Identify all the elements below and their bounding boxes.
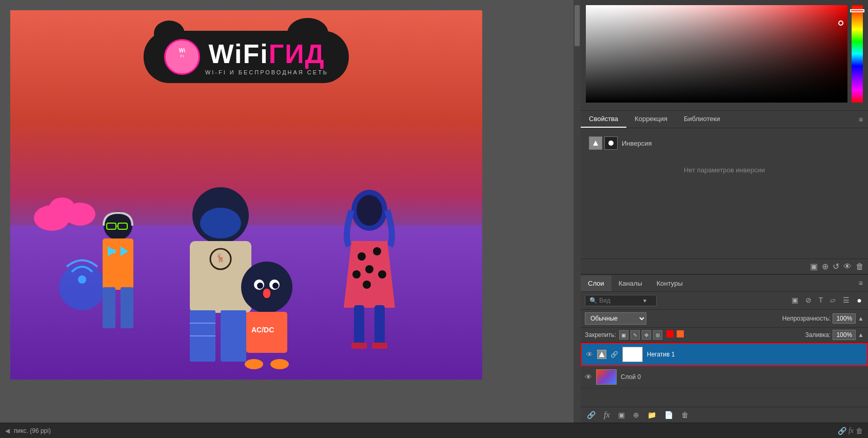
layer-thumb-content <box>623 347 642 362</box>
color-spectrum[interactable] <box>852 5 863 103</box>
add-folder-icon[interactable]: 📁 <box>645 410 658 420</box>
inversion-label: Инверсия <box>622 140 652 147</box>
filter-text-icon[interactable]: T <box>817 295 825 306</box>
lock-artboard-icon[interactable]: ⊞ <box>653 330 662 340</box>
rotate-icon[interactable]: ↺ <box>833 262 839 271</box>
fill-arrow[interactable]: ▲ <box>858 331 864 339</box>
fill-value[interactable]: 100% <box>833 330 856 340</box>
lock-move-icon[interactable]: ✥ <box>642 330 651 340</box>
logo-title: WiFiГИД <box>205 38 328 69</box>
properties-panel: Свойства Коррекция Библиотеки ≡ <box>581 110 868 258</box>
svg-rect-22 <box>221 310 246 362</box>
tab-correction[interactable]: Коррекция <box>626 111 676 128</box>
blend-mode-select[interactable]: Обычные <box>585 312 646 325</box>
search-dropdown-icon[interactable]: ▼ <box>642 298 647 304</box>
wifi-logo: Wi Fi WiFiГИД WI-FI И БЕСПРОВОДНАЯ СЕТЬ <box>144 31 349 83</box>
adjustment-layer-icon <box>597 350 606 359</box>
svg-text:AC/DC: AC/DC <box>251 326 274 334</box>
lock-label: Закрепить: <box>585 331 616 339</box>
status-left-arrow[interactable]: ◀ <box>5 427 10 434</box>
layer-search-input[interactable] <box>599 297 640 304</box>
add-adjustment-icon[interactable]: ⊕ <box>631 410 641 420</box>
fx-icon[interactable]: fx <box>602 409 612 421</box>
svg-point-29 <box>272 283 279 289</box>
characters-area: 🦌 <box>36 174 457 369</box>
status-delete-icon[interactable]: 🗑 <box>856 427 863 435</box>
canvas-wrapper: Wi Fi WiFiГИД WI-FI И БЕСПРОВОДНАЯ СЕТЬ <box>10 10 482 380</box>
tab-channels[interactable]: Каналы <box>611 275 649 291</box>
opacity-control: Непрозрачность: 100% ▲ <box>782 313 864 324</box>
svg-point-39 <box>365 265 373 273</box>
svg-point-42 <box>363 281 371 289</box>
link-layers-icon[interactable]: ⊕ <box>822 262 828 271</box>
add-mask-footer-icon[interactable]: ▣ <box>616 410 627 420</box>
add-layer-icon[interactable]: 📄 <box>662 410 675 420</box>
filter-adjustment-icon[interactable]: ⊘ <box>803 295 814 306</box>
svg-point-40 <box>352 270 361 278</box>
fill-label: Заливка: <box>805 331 831 339</box>
delete-icon[interactable]: 🗑 <box>856 262 864 271</box>
properties-menu-icon[interactable]: ≡ <box>854 111 868 128</box>
layers-menu-icon[interactable]: ≡ <box>854 275 868 291</box>
filter-smart-icon[interactable]: ☰ <box>841 295 852 306</box>
vertical-scrollbar[interactable] <box>574 0 581 423</box>
tab-properties[interactable]: Свойства <box>581 111 626 128</box>
scroll-thumb[interactable] <box>575 5 580 46</box>
layer-name: Негатив 1 <box>647 351 863 358</box>
tab-libraries[interactable]: Библиотеки <box>676 111 728 128</box>
layers-icon-toolbar: ▣ ⊕ ↺ 👁 🗑 <box>581 258 868 274</box>
right-panel: Свойства Коррекция Библиотеки ≡ <box>581 0 868 423</box>
color-gradient[interactable] <box>586 5 847 103</box>
layer-search-toolbar: 🔍 ▼ ▣ ⊘ T ▱ ☰ ● <box>581 292 868 310</box>
svg-rect-12 <box>121 287 133 328</box>
spectrum-handle[interactable] <box>850 9 864 12</box>
svg-rect-10 <box>103 238 133 290</box>
delete-layer-icon[interactable]: 🗑 <box>679 410 691 420</box>
svg-point-28 <box>257 283 263 289</box>
properties-content: Инверсия Нет параметров инверсии <box>581 128 868 192</box>
inversion-btn-dark[interactable] <box>604 136 618 150</box>
canvas-image: Wi Fi WiFiГИД WI-FI И БЕСПРОВОДНАЯ СЕТЬ <box>10 10 482 380</box>
logo-guide-text: ГИД <box>269 39 325 69</box>
layer-search-box[interactable]: 🔍 ▼ <box>585 295 657 306</box>
opacity-value[interactable]: 100% <box>833 313 856 324</box>
color-picker-area <box>581 0 868 110</box>
red-indicator <box>666 330 674 337</box>
main-area: Wi Fi WiFiГИД WI-FI И БЕСПРОВОДНАЯ СЕТЬ <box>0 0 868 423</box>
logo-icon: Wi Fi <box>164 39 200 75</box>
layer-visibility-toggle[interactable]: 👁 <box>585 373 592 381</box>
link-icon[interactable]: 🔗 <box>585 410 598 420</box>
opacity-arrow[interactable]: ▲ <box>858 315 864 322</box>
layers-tabs: Слои Каналы Контуры ≡ <box>581 275 868 292</box>
svg-text:🦌: 🦌 <box>215 253 226 263</box>
lock-paint-icon[interactable]: ✎ <box>630 330 640 340</box>
filter-shape-icon[interactable]: ▱ <box>828 295 838 306</box>
layer-thumbnail <box>622 347 643 362</box>
add-mask-icon[interactable]: ▣ <box>810 262 818 271</box>
inversion-header: Инверсия <box>589 136 860 150</box>
logo-wifi-text: WiFi <box>208 39 268 69</box>
layer-item[interactable]: 👁 Слой 0 <box>581 366 868 388</box>
status-text: пикс. (96 ppi) <box>14 427 51 434</box>
layer-visibility-toggle[interactable]: 👁 <box>586 350 593 359</box>
inversion-btn-light[interactable] <box>589 136 602 150</box>
visibility-icon[interactable]: 👁 <box>843 262 852 271</box>
layer-item[interactable]: 👁 🔗 Негатив 1 <box>581 343 868 366</box>
layers-panel: Слои Каналы Контуры ≡ 🔍 ▼ ▣ ⊘ T ▱ ☰ <box>581 274 868 423</box>
svg-rect-45 <box>351 343 367 349</box>
color-picker-handle[interactable] <box>838 21 843 26</box>
no-params-text: Нет параметров инверсии <box>589 156 860 184</box>
svg-point-34 <box>270 359 289 369</box>
tab-layers[interactable]: Слои <box>581 275 611 291</box>
svg-point-37 <box>358 252 366 261</box>
layer-icons-row: ▣ ⊕ ↺ 👁 🗑 <box>810 262 864 271</box>
filter-type-icon[interactable]: ▣ <box>790 295 800 306</box>
status-link-icon[interactable]: 🔗 <box>838 427 846 435</box>
filter-toggle-icon[interactable]: ● <box>855 295 864 306</box>
tab-contours[interactable]: Контуры <box>649 275 690 291</box>
layer-thumbnail <box>596 369 617 385</box>
svg-point-5 <box>78 275 86 284</box>
svg-point-25 <box>241 262 292 313</box>
lock-transparent-icon[interactable]: ▣ <box>619 330 628 340</box>
status-fx-icon[interactable]: fx <box>849 427 854 435</box>
